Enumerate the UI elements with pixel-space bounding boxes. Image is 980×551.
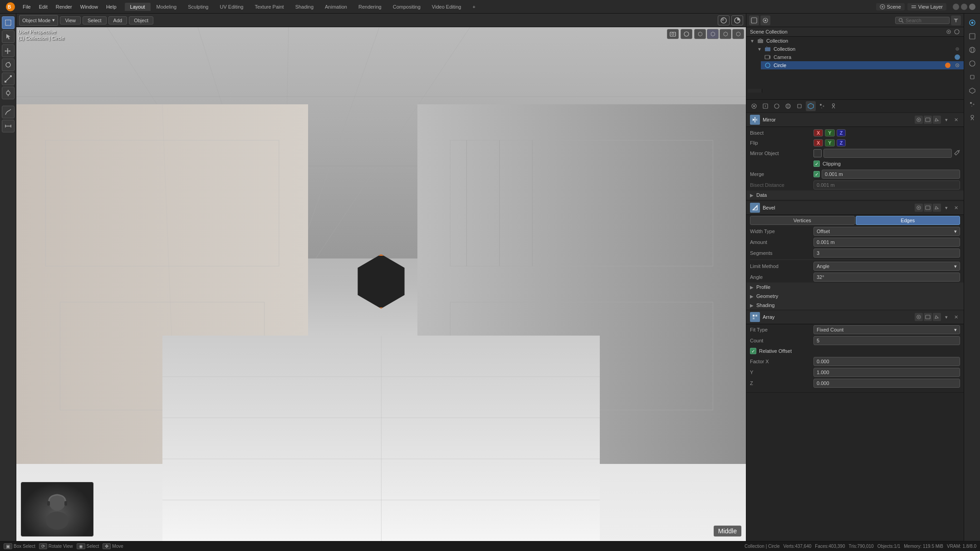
clipping-checkbox[interactable]: ✓ xyxy=(813,161,820,167)
bevel-render-icon[interactable] xyxy=(924,204,932,212)
workspace-tab-layout[interactable]: Layout xyxy=(125,3,151,11)
props-tab-render[interactable] xyxy=(749,101,759,111)
shading-section[interactable]: ▶ Shading xyxy=(746,301,964,310)
outliner-search[interactable]: Search xyxy=(895,17,950,24)
workspace-tab-uv-editing[interactable]: UV Editing xyxy=(214,3,249,11)
bevel-close-icon[interactable]: ✕ xyxy=(952,204,960,212)
solid-shading-btn[interactable]: ⬡ xyxy=(707,29,719,39)
bevel-edit-icon[interactable] xyxy=(933,204,941,212)
count-input[interactable]: 5 xyxy=(813,336,960,345)
mod-render-icon[interactable] xyxy=(924,116,932,124)
outliner-item-camera[interactable]: Camera xyxy=(761,53,964,61)
menu-render[interactable]: Render xyxy=(52,3,76,10)
viewport-camera-btn[interactable] xyxy=(667,29,679,39)
workspace-tab-rendering[interactable]: Rendering xyxy=(353,3,387,11)
wireframe-shading-btn[interactable]: ⬡ xyxy=(694,29,706,39)
relative-offset-checkbox[interactable]: ✓ xyxy=(750,348,756,354)
profile-section[interactable]: ▶ Profile xyxy=(746,283,964,292)
minimize-button[interactable] xyxy=(953,4,959,10)
factor-x-input[interactable]: 0.000 xyxy=(813,357,960,366)
workspace-tab-shading[interactable]: Shading xyxy=(290,3,319,11)
object-mode-dropdown[interactable]: Object Mode ▾ xyxy=(19,15,58,26)
far-right-scene-icon[interactable] xyxy=(966,44,979,56)
menu-help[interactable]: Help xyxy=(103,3,120,10)
menu-edit[interactable]: Edit xyxy=(35,3,51,10)
bisect-x-btn[interactable]: X xyxy=(813,129,823,137)
maximize-button[interactable] xyxy=(961,4,967,10)
overlay-toggle[interactable] xyxy=(731,15,743,25)
close-button[interactable] xyxy=(969,4,975,10)
array-expand-icon[interactable]: ▾ xyxy=(942,313,951,321)
props-tab-physics[interactable] xyxy=(828,101,838,111)
width-type-dropdown[interactable]: Offset ▾ xyxy=(813,227,960,236)
workspace-tab-modeling[interactable]: Modeling xyxy=(151,3,182,11)
mirror-object-swatch[interactable] xyxy=(813,149,822,157)
factor-y-input[interactable]: 1.000 xyxy=(813,368,960,377)
far-right-output-icon[interactable] xyxy=(966,30,979,43)
props-tab-scene[interactable] xyxy=(772,101,782,111)
flip-z-btn[interactable]: Z xyxy=(837,139,846,146)
props-tab-output[interactable] xyxy=(760,101,770,111)
props-tab-object[interactable] xyxy=(794,101,804,111)
tool-measure[interactable] xyxy=(2,120,15,132)
material-shading-btn[interactable]: ⬡ xyxy=(720,29,731,39)
properties-render-icon[interactable] xyxy=(760,15,770,25)
tool-cursor[interactable] xyxy=(2,30,15,43)
array-realtime-icon[interactable] xyxy=(915,313,923,321)
mirror-object-input[interactable] xyxy=(823,149,952,158)
bisect-z-btn[interactable]: Z xyxy=(837,129,846,137)
vertices-btn[interactable]: Vertices xyxy=(750,216,855,225)
geometry-section[interactable]: ▶ Geometry xyxy=(746,292,964,301)
workspace-tab-compositing[interactable]: Compositing xyxy=(387,3,426,11)
merge-checkbox[interactable]: ✓ xyxy=(813,171,820,177)
object-button[interactable]: Object xyxy=(129,16,153,24)
props-tab-world[interactable] xyxy=(783,101,793,111)
far-right-modifier-icon[interactable] xyxy=(966,84,979,97)
tool-annotate[interactable] xyxy=(2,106,15,118)
far-right-particles-icon[interactable] xyxy=(966,98,979,111)
mod-close-icon[interactable]: ✕ xyxy=(952,116,960,124)
viewport-shading-btn[interactable] xyxy=(718,15,730,25)
far-right-world-icon[interactable] xyxy=(966,57,979,70)
flip-x-btn[interactable]: X xyxy=(813,139,823,146)
3d-viewport[interactable]: User Perspective (1) Collection | Circle… xyxy=(16,27,746,541)
props-tab-particles[interactable] xyxy=(817,101,827,111)
view-button[interactable]: View xyxy=(60,16,81,24)
render-icon[interactable] xyxy=(954,29,960,35)
segments-input[interactable]: 3 xyxy=(813,249,960,258)
amount-input[interactable]: 0.001 m xyxy=(813,238,960,247)
menu-file[interactable]: File xyxy=(19,3,34,10)
properties-scene-icon[interactable] xyxy=(749,15,759,25)
array-render-icon[interactable] xyxy=(924,313,932,321)
flip-y-btn[interactable]: Y xyxy=(825,139,834,146)
add-button[interactable]: Add xyxy=(108,16,127,24)
array-edit-icon[interactable] xyxy=(933,313,941,321)
far-right-render-icon[interactable] xyxy=(966,16,979,29)
scene-selector[interactable]: Scene xyxy=(876,3,905,10)
mod-realtime-icon[interactable] xyxy=(915,116,923,124)
menu-window[interactable]: Window xyxy=(77,3,102,10)
mirror-object-eyedropper[interactable] xyxy=(954,150,960,157)
filter-icon-btn[interactable] xyxy=(951,15,961,25)
bevel-realtime-icon[interactable] xyxy=(915,204,923,212)
edges-btn[interactable]: Edges xyxy=(856,216,960,225)
data-section-header[interactable]: ▶ Data xyxy=(746,190,964,200)
rendered-shading-btn[interactable]: ⬡ xyxy=(732,29,744,39)
limit-method-dropdown[interactable]: Angle ▾ xyxy=(813,262,960,271)
angle-input[interactable]: 32° xyxy=(813,273,960,282)
workspace-tab-add[interactable]: + xyxy=(467,3,480,11)
tool-rotate[interactable] xyxy=(2,59,15,71)
mod-expand-icon[interactable]: ▾ xyxy=(942,116,951,124)
factor-z-input[interactable]: 0.000 xyxy=(813,379,960,388)
workspace-tab-sculpting[interactable]: Sculpting xyxy=(182,3,214,11)
workspace-tab-animation[interactable]: Animation xyxy=(319,3,353,11)
select-button[interactable]: Select xyxy=(83,16,107,24)
viewlayer-selector[interactable]: View Layer xyxy=(907,3,946,10)
merge-value[interactable]: 0.001 m xyxy=(822,170,960,179)
outliner-item-collection[interactable]: ▼ Collection xyxy=(754,45,964,53)
props-tab-modifier[interactable] xyxy=(806,101,816,111)
far-right-physics-icon[interactable] xyxy=(966,112,979,124)
workspace-tab-texture-paint[interactable]: Texture Paint xyxy=(249,3,289,11)
viewport-x-ray-btn[interactable] xyxy=(681,29,692,39)
fit-type-dropdown[interactable]: Fixed Count ▾ xyxy=(813,325,960,334)
